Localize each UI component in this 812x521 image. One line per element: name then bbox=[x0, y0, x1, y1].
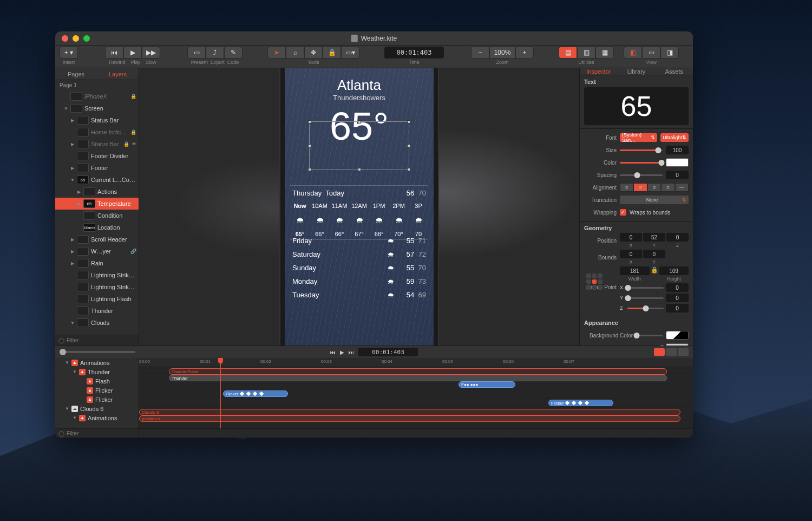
layer-item[interactable]: Home Indicator🔒 bbox=[55, 126, 139, 138]
width-value[interactable]: 181 bbox=[620, 266, 650, 275]
tl-play-button[interactable]: ▶ bbox=[340, 349, 344, 355]
bgcolor-swatch[interactable] bbox=[666, 331, 689, 340]
assets-tab[interactable]: Assets bbox=[655, 68, 693, 75]
size-slider[interactable] bbox=[620, 149, 663, 151]
zoom-out-button[interactable]: − bbox=[471, 47, 489, 58]
bounds-y[interactable]: 0 bbox=[643, 250, 665, 258]
align-center[interactable]: ≡ bbox=[633, 183, 647, 192]
layer-item[interactable]: Lightning Strike 2 bbox=[55, 269, 139, 281]
pointer-tool[interactable]: ➤ bbox=[267, 47, 286, 58]
height-value[interactable]: 109 bbox=[659, 266, 689, 275]
zoom-tool[interactable]: ⌕ bbox=[286, 47, 304, 58]
size-value[interactable]: 100 bbox=[666, 146, 689, 154]
layer-filter[interactable]: ◯ Filter bbox=[55, 335, 139, 346]
layer-item[interactable]: Thunder bbox=[55, 305, 139, 317]
layer-item[interactable]: ▼Screen bbox=[55, 102, 139, 114]
view-btn-1[interactable]: ◧ bbox=[624, 47, 642, 58]
timeline-track[interactable]: ▲Flicker bbox=[55, 386, 139, 395]
layer-item[interactable]: ▶Scroll Header bbox=[55, 233, 139, 245]
insert-button[interactable]: + ▾ bbox=[60, 47, 78, 58]
anchor-y-slider[interactable] bbox=[627, 297, 664, 299]
maximize-button[interactable] bbox=[83, 35, 90, 42]
view-btn-2[interactable]: ▭ bbox=[642, 47, 660, 58]
wrapping-checkbox[interactable]: ✓ bbox=[620, 209, 626, 216]
rect-tool[interactable]: ▭▾ bbox=[341, 47, 359, 58]
font-family-select[interactable]: (System) San…⇅ bbox=[620, 133, 657, 142]
anchor-z-slider[interactable] bbox=[627, 308, 664, 309]
layer-item[interactable]: ▶Status Bar🔒👁 bbox=[55, 138, 139, 150]
page-label[interactable]: Page 1 bbox=[55, 80, 139, 90]
code-button[interactable]: ✎ bbox=[224, 47, 243, 58]
pos-x[interactable]: 0 bbox=[620, 233, 642, 242]
export-button[interactable]: ⤴ bbox=[206, 47, 224, 58]
layer-item[interactable]: ▶Footer bbox=[55, 162, 139, 174]
layer-item[interactable]: Footer Divider bbox=[55, 150, 139, 162]
inspector-tab[interactable]: Inspector bbox=[580, 68, 618, 75]
timeline-track[interactable]: ▼☁Clouds 6 bbox=[55, 404, 139, 413]
selection-box[interactable] bbox=[309, 121, 409, 170]
pan-tool[interactable]: ✥ bbox=[304, 47, 323, 58]
spacing-value[interactable]: 0 bbox=[666, 171, 689, 179]
layer-item[interactable]: ▶Rain bbox=[55, 257, 139, 269]
font-weight-select[interactable]: Ultralight⇅ bbox=[660, 133, 689, 142]
color-slider[interactable] bbox=[620, 162, 663, 164]
layer-item[interactable]: ▶Status Bar bbox=[55, 114, 139, 126]
layer-item[interactable]: ▶Actions bbox=[55, 186, 139, 198]
timeline-track[interactable]: ▼▲Animations bbox=[55, 413, 139, 422]
playhead[interactable] bbox=[220, 358, 221, 428]
pages-tab[interactable]: Pages bbox=[55, 68, 97, 80]
view-btn-3[interactable]: ◨ bbox=[660, 47, 679, 58]
keyframe-bar[interactable]: Flicker bbox=[548, 400, 613, 406]
layer-item[interactable]: Condition bbox=[55, 210, 139, 222]
util-btn-3[interactable]: ▦ bbox=[595, 47, 614, 58]
play-button[interactable]: ▶ bbox=[123, 47, 142, 58]
rewind-button[interactable]: ⏮ bbox=[105, 47, 123, 58]
present-button[interactable]: ▭ bbox=[187, 47, 206, 58]
anchor-grid[interactable] bbox=[586, 273, 603, 290]
timeline-time[interactable]: 00:01:403 bbox=[358, 348, 418, 356]
slow-button[interactable]: ▶▶ bbox=[142, 47, 160, 58]
keyframe-bar[interactable]: Flicker bbox=[223, 390, 288, 397]
layer-item[interactable]: Lightning Strike 1 bbox=[55, 281, 139, 293]
color-swatch[interactable] bbox=[666, 158, 689, 167]
layer-item[interactable]: ▼Clouds bbox=[55, 317, 139, 329]
align-left[interactable]: ≡ bbox=[620, 183, 633, 192]
minimize-button[interactable] bbox=[73, 35, 79, 42]
pos-z[interactable]: 0 bbox=[666, 233, 689, 242]
anchor-x-slider[interactable] bbox=[627, 287, 664, 289]
timeline-filter[interactable]: ◯ Filter bbox=[55, 428, 139, 438]
layer-item[interactable]: Lightning Flash bbox=[55, 293, 139, 305]
zoom-in-button[interactable]: + bbox=[515, 47, 534, 58]
bounds-x[interactable]: 0 bbox=[620, 250, 642, 258]
layer-item[interactable]: AtlantaLocation bbox=[55, 222, 139, 233]
tl-view-2[interactable] bbox=[666, 348, 677, 356]
timeline-track[interactable]: ▼▲Animations bbox=[55, 358, 139, 367]
timeline-scrubber[interactable] bbox=[60, 351, 135, 353]
keyframe-bar[interactable]: F●● ●●● bbox=[459, 381, 515, 388]
truncation-select[interactable]: None⇅ bbox=[620, 196, 689, 204]
tl-next-button[interactable]: ⏭ bbox=[349, 349, 354, 355]
layer-item[interactable]: ▶65Temperature bbox=[55, 198, 139, 210]
library-tab[interactable]: Library bbox=[618, 68, 656, 75]
layer-item[interactable]: ▼65Current L…Conditions bbox=[55, 174, 139, 186]
layer-item[interactable]: ▶W…yer🔗 bbox=[55, 245, 139, 257]
timeline-track[interactable]: ▼▲Thunder bbox=[55, 367, 139, 376]
time-display[interactable]: 00:01:403 bbox=[384, 47, 444, 58]
lock-tool[interactable]: 🔒 bbox=[323, 47, 341, 58]
util-btn-1[interactable]: ▤ bbox=[559, 47, 577, 58]
zoom-value[interactable]: 100% bbox=[489, 47, 515, 58]
bgcolor-slider[interactable] bbox=[636, 335, 663, 336]
canvas[interactable]: 9:41 📶 📶 🔋 Atlanta Thundershowers 65° bbox=[139, 68, 579, 346]
close-button[interactable] bbox=[62, 35, 68, 42]
tl-prev-button[interactable]: ⏮ bbox=[330, 349, 336, 355]
layers-tab[interactable]: Layers bbox=[97, 68, 139, 80]
tl-view-1[interactable] bbox=[654, 348, 665, 356]
pos-y[interactable]: 52 bbox=[643, 233, 665, 242]
timeline-track[interactable]: ▲Flash bbox=[55, 376, 139, 386]
align-right[interactable]: ≡ bbox=[647, 183, 661, 192]
align-justify[interactable]: ≡ bbox=[661, 183, 675, 192]
layer-item[interactable]: iPhoneX🔒 bbox=[55, 90, 139, 102]
timeline-lanes[interactable]: 00:0000:0100:0200:0300:0400:0500:0600:07… bbox=[139, 358, 693, 428]
spacing-slider[interactable] bbox=[620, 174, 663, 176]
timeline-track[interactable]: ▲Flicker bbox=[55, 395, 139, 404]
